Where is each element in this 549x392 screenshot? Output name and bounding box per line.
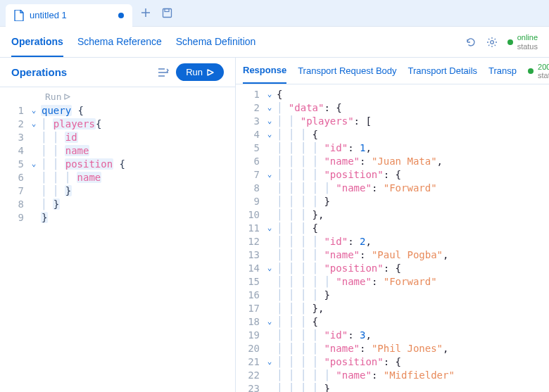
nav-bar: Operations Schema Reference Schema Defin… xyxy=(0,27,549,58)
connection-status: online status xyxy=(507,33,538,50)
refresh-icon[interactable] xyxy=(465,37,477,48)
resp-tab-transport-body[interactable]: Transport Request Body xyxy=(298,58,396,83)
response-status: 200 status xyxy=(528,63,549,80)
svg-rect-0 xyxy=(163,9,172,18)
nav-tab-operations[interactable]: Operations xyxy=(11,27,63,57)
new-tab-icon[interactable] xyxy=(141,8,151,18)
run-button[interactable]: Run xyxy=(176,63,224,81)
status-dot-icon xyxy=(507,39,513,45)
tab-title: untitled 1 xyxy=(30,10,113,20)
resp-tab-transport-more[interactable]: Transp xyxy=(488,58,517,83)
fold-icon[interactable]: ⌄ xyxy=(28,119,39,128)
fold-icon[interactable]: ⌄ xyxy=(264,223,275,232)
operations-pane: Operations Run Run 1⌄query { 2⌄│ players… xyxy=(0,58,236,392)
settings-icon[interactable] xyxy=(486,37,498,48)
svg-point-2 xyxy=(490,40,493,44)
fold-icon[interactable]: ⌄ xyxy=(264,317,275,326)
resp-tab-transport-details[interactable]: Transport Details xyxy=(408,58,478,83)
nav-tab-schema-reference[interactable]: Schema Reference xyxy=(77,27,162,57)
title-bar: untitled 1 xyxy=(0,0,549,27)
save-icon[interactable] xyxy=(162,8,172,18)
operations-title: Operations xyxy=(11,66,151,78)
run-hint[interactable]: Run xyxy=(0,90,235,103)
fold-icon[interactable]: ⌄ xyxy=(28,106,39,115)
fold-icon[interactable]: ⌄ xyxy=(264,357,275,366)
query-editor[interactable]: Run 1⌄query { 2⌄│ players{ 3│ │ id 4│ │ … xyxy=(0,87,235,392)
fold-icon[interactable]: ⌄ xyxy=(264,89,275,99)
dirty-indicator xyxy=(118,13,124,18)
fold-icon[interactable]: ⌄ xyxy=(264,263,275,272)
response-viewer[interactable]: 1⌄{ 2⌄│ "data": { 3⌄│ │ "players": [ 4⌄│… xyxy=(236,84,549,392)
fold-icon[interactable]: ⌄ xyxy=(264,103,275,112)
response-pane: Response Transport Request Body Transpor… xyxy=(236,58,549,392)
format-icon[interactable] xyxy=(158,68,169,77)
fold-icon[interactable]: ⌄ xyxy=(28,159,39,168)
fold-icon[interactable]: ⌄ xyxy=(264,116,275,125)
nav-tab-schema-definition[interactable]: Schema Definition xyxy=(176,27,256,57)
fold-icon[interactable]: ⌄ xyxy=(264,170,275,179)
resp-tab-response[interactable]: Response xyxy=(243,58,286,84)
fold-icon[interactable]: ⌄ xyxy=(264,129,275,139)
file-tab[interactable]: untitled 1 xyxy=(6,4,132,27)
file-icon xyxy=(14,10,24,21)
status-text: online xyxy=(517,33,538,42)
status-sub: status xyxy=(517,42,538,51)
status-dot-icon xyxy=(528,68,534,74)
